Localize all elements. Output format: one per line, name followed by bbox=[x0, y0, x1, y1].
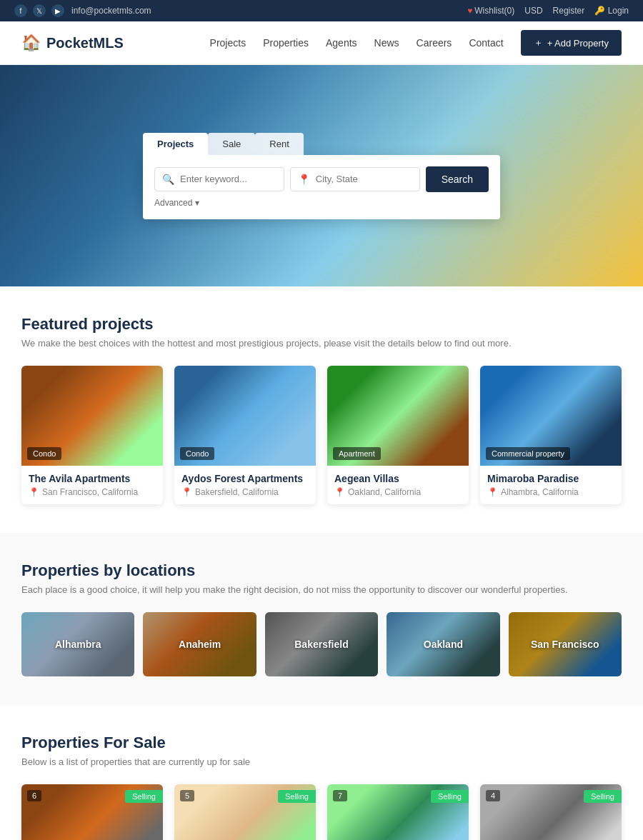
nav-links: Projects Properties Agents News Careers … bbox=[210, 30, 622, 56]
location-card-2[interactable]: Bakersfield bbox=[265, 612, 378, 676]
tab-sale[interactable]: Sale bbox=[208, 133, 255, 155]
location-icon: 📍 bbox=[298, 174, 310, 185]
sale-card-2[interactable]: 7 Selling Apartment $694,000 Private Est… bbox=[327, 784, 469, 840]
top-bar-left: f 𝕏 ▶ info@pocketmls.com bbox=[14, 4, 151, 17]
sale-num-badge-3: 4 bbox=[486, 790, 500, 801]
add-property-label: + Add Property bbox=[547, 38, 609, 49]
project-location-2: 📍 Oakland, California bbox=[334, 487, 462, 497]
project-card-2[interactable]: Apartment Aegean Villas 📍 Oakland, Calif… bbox=[327, 366, 469, 504]
location-card-0[interactable]: Alhambra bbox=[21, 612, 134, 676]
wishlist-link[interactable]: ♥ Wishlist(0) bbox=[467, 6, 514, 16]
project-location-3: 📍 Alhambra, California bbox=[487, 487, 614, 497]
logo-text: PocketMLS bbox=[46, 35, 124, 51]
plus-icon: ＋ bbox=[534, 36, 543, 49]
featured-title: Featured projects bbox=[21, 315, 622, 334]
register-link[interactable]: Register bbox=[553, 6, 585, 16]
location-label-0: Alhambra bbox=[21, 612, 134, 676]
tab-projects[interactable]: Projects bbox=[143, 133, 208, 155]
project-badge-3: Commercial property bbox=[486, 447, 570, 460]
project-image-0: Condo bbox=[21, 366, 163, 466]
location-label-4: San Francisco bbox=[509, 612, 622, 676]
project-image-2: Apartment bbox=[327, 366, 469, 466]
location-card-4[interactable]: San Francisco bbox=[509, 612, 622, 676]
currency-selector[interactable]: USD bbox=[524, 6, 542, 16]
login-icon: 🔑 bbox=[594, 6, 605, 16]
main-nav: 🏠 PocketMLS Projects Properties Agents N… bbox=[0, 21, 643, 65]
wishlist-label: Wishlist(0) bbox=[474, 6, 514, 16]
pin-icon-3: 📍 bbox=[487, 487, 498, 497]
sale-card-1[interactable]: 5 Selling Commercial property $918,000 L… bbox=[174, 784, 316, 840]
chevron-down-icon: ▾ bbox=[195, 198, 199, 208]
sale-status-1: Selling bbox=[278, 790, 316, 803]
featured-projects-section: Featured projects We make the best choic… bbox=[0, 286, 643, 533]
top-bar: f 𝕏 ▶ info@pocketmls.com ♥ Wishlist(0) U… bbox=[0, 0, 643, 21]
pin-icon-2: 📍 bbox=[334, 487, 345, 497]
nav-projects[interactable]: Projects bbox=[210, 37, 246, 49]
project-location-0: 📍 San Francisco, California bbox=[29, 487, 156, 497]
sale-num-badge-2: 7 bbox=[333, 790, 347, 801]
sale-grid: 6 Selling Land $1,590,000 5 room luxury … bbox=[21, 784, 622, 840]
add-property-button[interactable]: ＋ + Add Property bbox=[521, 30, 622, 56]
project-name-1: Aydos Forest Apartments bbox=[181, 473, 309, 484]
nav-news[interactable]: News bbox=[374, 37, 399, 49]
email-link[interactable]: info@pocketmls.com bbox=[71, 6, 151, 16]
sale-num-badge-1: 5 bbox=[180, 790, 194, 801]
project-badge-1: Condo bbox=[180, 447, 214, 460]
sale-num-badge-0: 6 bbox=[27, 790, 41, 801]
social-icons: f 𝕏 ▶ bbox=[14, 4, 64, 17]
tab-rent[interactable]: Rent bbox=[255, 133, 303, 155]
project-location-1: 📍 Bakersfield, California bbox=[181, 487, 309, 497]
location-input-wrap: 📍 bbox=[290, 167, 420, 191]
pin-icon-0: 📍 bbox=[29, 487, 39, 497]
youtube-icon[interactable]: ▶ bbox=[51, 4, 64, 17]
advanced-filter[interactable]: Advanced ▾ bbox=[154, 198, 489, 208]
hero-section: Projects Sale Rent 🔍 📍 Search Advanced ▾ bbox=[0, 65, 643, 286]
nav-agents[interactable]: Agents bbox=[326, 37, 357, 49]
project-name-2: Aegean Villas bbox=[334, 473, 462, 484]
house-icon: 🏠 bbox=[21, 34, 41, 52]
project-card-0[interactable]: Condo The Avila Apartments 📍 San Francis… bbox=[21, 366, 163, 504]
project-card-1[interactable]: Condo Aydos Forest Apartments 📍 Bakersfi… bbox=[174, 366, 316, 504]
login-link[interactable]: 🔑 Login bbox=[594, 6, 629, 16]
project-name-3: Mimaroba Paradise bbox=[487, 473, 614, 484]
search-row: 🔍 📍 Search bbox=[154, 166, 489, 192]
top-bar-right: ♥ Wishlist(0) USD Register 🔑 Login bbox=[467, 6, 629, 16]
pin-icon-1: 📍 bbox=[181, 487, 192, 497]
project-badge-2: Apartment bbox=[333, 447, 381, 460]
search-tabs: Projects Sale Rent bbox=[143, 133, 500, 155]
sale-card-0[interactable]: 6 Selling Land $1,590,000 5 room luxury … bbox=[21, 784, 163, 840]
search-box: 🔍 📍 Search Advanced ▾ bbox=[143, 155, 500, 219]
nav-careers[interactable]: Careers bbox=[417, 37, 452, 49]
location-card-1[interactable]: Anaheim bbox=[143, 612, 256, 676]
location-label-3: Oakland bbox=[387, 612, 499, 676]
location-label-2: Bakersfield bbox=[265, 612, 378, 676]
project-image-1: Condo bbox=[174, 366, 316, 466]
sale-status-0: Selling bbox=[125, 790, 163, 803]
for-sale-subtitle: Below is a list of properties that are c… bbox=[21, 756, 622, 767]
project-image-3: Commercial property bbox=[480, 366, 622, 466]
twitter-icon[interactable]: 𝕏 bbox=[33, 4, 46, 17]
keyword-input[interactable] bbox=[180, 174, 276, 184]
sale-image-3: 4 Selling Condo $150,000 bbox=[480, 784, 622, 840]
logo[interactable]: 🏠 PocketMLS bbox=[21, 34, 124, 52]
location-card-3[interactable]: Oakland bbox=[387, 612, 499, 676]
project-name-0: The Avila Apartments bbox=[29, 473, 156, 484]
sale-card-3[interactable]: 4 Selling Condo $150,000 Osaka Heights A… bbox=[480, 784, 622, 840]
keyword-input-wrap: 🔍 bbox=[154, 167, 284, 191]
nav-properties[interactable]: Properties bbox=[263, 37, 309, 49]
sale-status-2: Selling bbox=[431, 790, 469, 803]
locations-subtitle: Each place is a good choice, it will hel… bbox=[21, 584, 622, 595]
search-button[interactable]: Search bbox=[426, 166, 489, 192]
nav-contact[interactable]: Contact bbox=[469, 37, 503, 49]
projects-grid: Condo The Avila Apartments 📍 San Francis… bbox=[21, 366, 622, 504]
sale-status-3: Selling bbox=[584, 790, 622, 803]
facebook-icon[interactable]: f bbox=[14, 4, 27, 17]
project-info-1: Aydos Forest Apartments 📍 Bakersfield, C… bbox=[174, 466, 316, 504]
properties-for-sale-section: Properties For Sale Below is a list of p… bbox=[0, 705, 643, 840]
project-card-3[interactable]: Commercial property Mimaroba Paradise 📍 … bbox=[480, 366, 622, 504]
project-badge-0: Condo bbox=[27, 447, 61, 460]
heart-icon: ♥ bbox=[467, 6, 472, 16]
locations-grid: Alhambra Anaheim Bakersfield Oakland San… bbox=[21, 612, 622, 676]
location-input[interactable] bbox=[316, 174, 412, 184]
search-icon: 🔍 bbox=[162, 174, 174, 185]
